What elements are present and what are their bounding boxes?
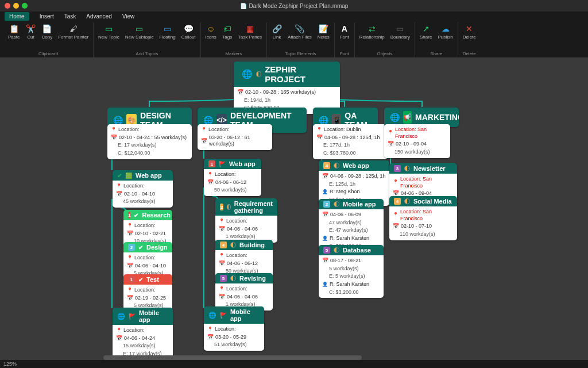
node-design-webapp[interactable]: ✔🟩Web app 📍Location: 📅02-10 - 04-10 45 w… [113,170,173,208]
ribbon-group-topic-elements: 🔗Link 📎Attach Files 📝Notes Topic Element… [267,22,335,57]
calendar-icon: 📅 [219,226,225,233]
new-subtopic-button[interactable]: ▭New Subtopic [123,22,156,41]
node-requirement[interactable]: 3Requirement gathering 📍Location: 📅04-06… [215,198,277,243]
progress-icon [404,166,410,171]
progress-icon [334,247,339,253]
statusbar: 125% [0,360,588,368]
new-topic-button[interactable]: ▭New Topic [96,22,122,41]
link-icon: 🔗 [272,24,282,34]
callout-button[interactable]: 💬Callout [179,22,198,41]
ribbon-group-clipboard: 📋Paste ✂️Cut 📄Copy 🖌Format Painter Clipb… [3,22,94,57]
menu-insert[interactable]: Insert [40,13,54,20]
node-test[interactable]: 1✔Test 📍Location: 📅02-19 - 02-25 5 workd… [123,274,172,312]
maximize-window-icon[interactable] [22,3,28,9]
node-mkt-details[interactable]: 📍Location: San Francisco 📅02-10 - 09-04 … [384,124,450,158]
node-dates: 08-17 - 08-21 [330,258,361,264]
calendar-icon: 📅 [388,141,394,148]
window-title: 📄 Dark Mode Zephipr Project Plan.mmap [240,3,349,9]
menu-view[interactable]: View [122,13,135,20]
icons-button[interactable]: ☺Icons [203,22,219,41]
cut-button[interactable]: ✂️Cut [23,22,38,41]
ribbon-group-label: Share [430,51,442,57]
node-work: 47 workday(s) [329,220,362,227]
node-dev-mobile[interactable]: 🌐🚩Mobile app 📍Location: 📅03-20 - 05-29 5… [204,306,264,351]
node-qa-details[interactable]: 📍Location: Dublin 📅04-06 - 09-28 : 125d,… [313,124,388,159]
node-effort: E: 17 workday(s) [118,142,157,149]
font-button[interactable]: AFont [337,22,352,41]
publish-button[interactable]: ☁Publish [435,22,455,41]
node-qa-database[interactable]: 5Database 📅08-17 - 08-21 5 workday(s) E:… [319,245,384,298]
location-icon: 📍 [127,288,133,293]
notes-button[interactable]: 📝Notes [315,22,332,41]
location-icon: 📍 [111,127,117,133]
boundary-button[interactable]: ▭Boundary [388,22,412,41]
node-effort: E: 177d, 1h [323,142,350,149]
floating-icon: ▭ [162,24,172,34]
format-painter-button[interactable]: 🖌Format Painter [56,22,91,41]
node-root[interactable]: 🌐ZEPHIR PROJECT 📅02-10 - 09-28 : 165 wor… [234,62,340,114]
delete-button[interactable]: ✕Delete [461,22,478,41]
location-icon: 📍 [219,286,225,292]
check-icon: ✔ [138,244,143,251]
node-social[interactable]: 4Social Media 📍Location: San Francisco 📅… [389,196,457,240]
mindmap-canvas[interactable]: 🌐ZEPHIR PROJECT 📅02-10 - 09-28 : 165 wor… [0,58,588,360]
location-icon: 📍 [219,218,225,224]
paste-button[interactable]: 📋Paste [6,22,22,41]
ribbon-group-share: ↗Share ☁Publish Share [415,22,458,57]
node-dev-webapp[interactable]: 1🚩Web app 📍Location: 📅04-06 - 06-12 50 w… [204,159,261,196]
ribbon-group-objects: ⇄Relationship ▭Boundary Objects [355,22,415,57]
close-window-icon[interactable] [5,3,10,9]
calendar-icon: 📅 [207,179,214,186]
node-design-details[interactable]: 📍Location: 📅02-10 - 04-24 : 55 workday(s… [107,124,192,159]
calendar-icon: 📅 [116,191,122,198]
node-title: Database [343,247,371,254]
relationship-button[interactable]: ⇄Relationship [357,22,387,41]
node-dates: 04-06 - 09-28 : 125d, 1h [324,135,380,141]
floating-button[interactable]: ▭Floating [157,22,177,41]
node-qa-mobile[interactable]: 2Mobile app 📅04-06 - 06-09 47 workday(s)… [319,199,384,252]
node-location: Location: [226,286,247,293]
attach-icon: 📎 [295,24,305,34]
tags-button[interactable]: 🏷Tags [220,22,235,41]
icons-icon: ☺ [206,24,216,34]
node-revising[interactable]: 5Revising 📍Location: 📅04-06 - 04-06 1 wo… [215,273,273,310]
window-controls [5,3,28,9]
priority-badge: 1 [128,276,135,283]
location-icon: 📍 [388,130,393,136]
megaphone-icon: 📢 [403,111,412,124]
task-panes-button[interactable]: ▦Task Panes [236,22,264,41]
zoom-level[interactable]: 125% [3,361,17,367]
share-button[interactable]: ↗Share [417,22,434,41]
node-dates: 04-06 - 09-28 : 125d, 1h [330,173,386,180]
copy-button[interactable]: 📄Copy [39,22,55,41]
progress-icon [404,198,410,204]
attach-button[interactable]: 📎Attach Files [285,22,314,41]
priority-badge: 1 [208,160,215,167]
node-dates: 02-10 - 09-04 [396,141,427,148]
node-dates: 02-10 - 04-24 : 55 workday(s) [119,135,187,141]
ribbon-group-label: Clipboard [38,51,58,57]
node-dates: 03-20 - 05-29 [215,334,246,341]
node-work: 50 workday(s) [214,187,247,194]
horizontal-scrollbar[interactable] [103,355,362,360]
node-title: Research [142,212,171,218]
globe-icon: 🌐 [319,116,328,125]
node-location: Location: [134,255,156,262]
ribbon-group-label: Topic Elements [285,51,316,57]
check-icon: ✔ [138,277,143,283]
node-location: Location: San Francisco [400,209,454,222]
node-design-mobile[interactable]: 🌐🚩Mobile app 📍Location: 📅04-06 - 04-24 1… [113,308,173,360]
minimize-window-icon[interactable] [13,3,19,9]
check-icon: ✔ [134,212,138,218]
calendar-icon: 📅 [322,173,328,180]
person-icon: 👤 [322,236,328,241]
menu-home[interactable]: Home [5,12,29,21]
menu-advanced[interactable]: Advanced [86,13,111,20]
progress-icon [334,163,339,168]
node-location: Location: [123,183,145,190]
calendar-icon: 📅 [322,258,328,264]
menu-task[interactable]: Task [64,13,76,20]
link-button[interactable]: 🔗Link [269,22,284,41]
node-building[interactable]: 4Building 📍Location: 📅04-06 - 06-12 50 w… [215,240,273,277]
node-dev-details[interactable]: 📍Location: 📅03-20 - 06-12 : 61 workday(s… [198,124,272,150]
